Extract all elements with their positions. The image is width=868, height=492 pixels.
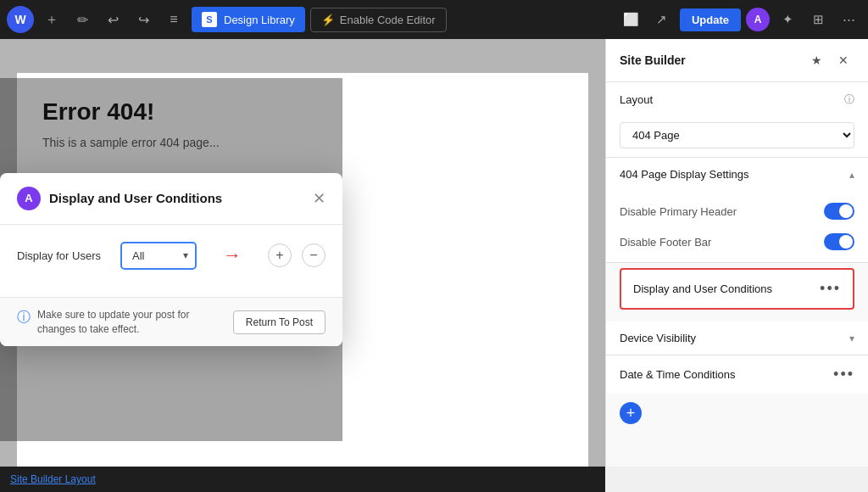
close-icon: ✕ [838,53,849,67]
conditions-row[interactable]: Display and User Conditions ••• [621,270,853,308]
sidebar-close-button[interactable]: ✕ [832,49,854,71]
modal-close-button[interactable]: ✕ [313,191,326,206]
ellipsis-icon: ⋯ [843,12,855,27]
desktop-icon: ⬜ [623,12,639,27]
minus-icon: − [309,248,317,263]
avatar-icon: A [754,14,762,25]
sidebar-title: Site Builder [620,53,686,67]
layout-section: Layout ⓘ 404 Page [606,82,868,158]
lightning-icon: ⚡ [321,14,335,26]
redo-icon: ↪ [138,12,149,28]
layout-info-icon: ⓘ [844,92,854,107]
list-icon: ≡ [170,12,177,27]
plus-icon: + [275,248,283,263]
toggle-knob [839,204,853,218]
external-link-button[interactable]: ↗ [649,7,675,32]
toggle-knob [839,235,853,249]
grid-button[interactable]: ⊞ [805,7,831,32]
layout-select[interactable]: 404 Page [620,122,854,148]
date-time-dots-button[interactable]: ••• [833,366,854,383]
sidebar-panel: Site Builder ★ ✕ Layout ⓘ 404 Page 404 P… [605,39,868,467]
disable-header-label: Disable Primary Header [620,205,737,218]
conditions-label: Display and User Conditions [633,282,772,295]
sidebar-header-icons: ★ ✕ [805,49,854,71]
undo-button[interactable]: ↩ [100,7,125,32]
wp-logo-icon[interactable]: W [7,6,34,33]
conditions-wrapper: Display and User Conditions ••• [606,263,868,321]
sparkle-icon: ✦ [782,12,793,27]
add-section-plus-icon: + [626,405,636,422]
add-condition-button[interactable]: + [268,243,292,267]
display-settings-content: Disable Primary Header Disable Footer Ba… [606,191,868,262]
pencil-icon: ✏ [77,12,88,28]
display-settings-section: 404 Page Display Settings ▴ Disable Prim… [606,158,868,263]
display-conditions-section: Display and User Conditions ••• [620,268,854,310]
star-icon: ★ [811,53,822,67]
modal-logo-text: A [25,192,32,204]
enable-code-editor-button[interactable]: ⚡ Enable Code Editor [310,8,447,32]
add-button[interactable]: ＋ [39,7,64,32]
pencil-button[interactable]: ✏ [70,7,95,32]
modal-info: ⓘ Make sure to update your post for chan… [17,308,223,337]
add-section-wrapper: + [606,394,868,433]
device-visibility-section[interactable]: Device Visibility ▾ [606,321,868,355]
modal-info-text: Make sure to update your post for change… [37,308,223,337]
modal-header: A Display and User Conditions ✕ [0,173,342,225]
display-settings-row[interactable]: 404 Page Display Settings ▴ [606,158,868,191]
site-builder-layout-link[interactable]: Site Builder Layout [10,473,96,485]
modal-body: Display for Users All Logged In Logged O… [0,225,342,297]
layout-dropdown: 404 Page [606,117,868,157]
conditions-dots-button[interactable]: ••• [820,280,841,298]
design-library-button[interactable]: S Design Library [192,7,305,32]
canvas-area: Error 404! This is a sample error 404 pa… [0,39,605,467]
s-icon: S [202,12,217,27]
modal-overlay: A Display and User Conditions ✕ Display … [0,78,342,441]
layout-row[interactable]: Layout ⓘ [606,82,868,117]
modal-dialog: A Display and User Conditions ✕ Display … [0,173,342,347]
date-time-label: Date & Time Conditions [620,368,736,381]
bottom-bar: Site Builder Layout [0,467,605,492]
disable-footer-label: Disable Footer Bar [620,236,711,249]
plus-icon: ＋ [45,11,58,29]
date-time-section[interactable]: Date & Time Conditions ••• [606,355,868,394]
more-options-button[interactable]: ⋯ [836,7,861,32]
info-icon: ⓘ [17,309,31,327]
update-button[interactable]: Update [680,8,741,31]
return-to-post-button[interactable]: Return To Post [233,310,326,334]
modal-header-left: A Display and User Conditions [17,187,222,210]
display-settings-label: 404 Page Display Settings [620,168,748,181]
close-icon: ✕ [313,190,326,207]
undo-icon: ↩ [108,12,119,28]
modal-footer: ⓘ Make sure to update your post for chan… [0,297,342,347]
design-library-label: Design Library [224,14,295,26]
toolbar-right: ⬜ ↗ Update A ✦ ⊞ ⋯ [619,7,861,32]
device-visibility-chevron-down: ▾ [849,333,854,344]
add-section-button[interactable]: + [620,402,642,424]
arrow-indicator: → [207,244,258,266]
select-wrapper: All Logged In Logged Out Administrator E… [120,242,197,270]
modal-title: Display and User Conditions [49,191,222,205]
device-visibility-label: Device Visibility [620,332,696,344]
desktop-view-button[interactable]: ⬜ [619,7,644,32]
list-button[interactable]: ≡ [161,7,186,32]
disable-footer-row: Disable Footer Bar [620,230,854,254]
disable-header-row: Disable Primary Header [620,199,854,223]
toolbar: W ＋ ✏ ↩ ↪ ≡ S Design Library ⚡ Enable Co… [0,0,868,39]
sidebar-header: Site Builder ★ ✕ [606,39,868,82]
external-icon: ↗ [656,12,667,27]
layout-label: Layout [620,93,653,106]
display-settings-chevron-up: ▴ [849,169,854,181]
disable-footer-toggle[interactable] [824,233,854,250]
display-for-users-row: Display for Users All Logged In Logged O… [17,242,326,270]
sidebar-star-button[interactable]: ★ [805,49,827,71]
grid-icon: ⊞ [813,12,824,27]
remove-condition-button[interactable]: − [302,243,326,267]
display-for-users-select[interactable]: All Logged In Logged Out Administrator E… [120,242,197,270]
sparkle-button[interactable]: ✦ [775,7,800,32]
redo-button[interactable]: ↪ [131,7,156,32]
disable-header-toggle[interactable] [824,203,854,220]
modal-logo-icon: A [17,187,41,210]
avatar[interactable]: A [746,8,770,31]
code-editor-label: Enable Code Editor [340,14,436,26]
display-for-users-label: Display for Users [17,249,110,262]
